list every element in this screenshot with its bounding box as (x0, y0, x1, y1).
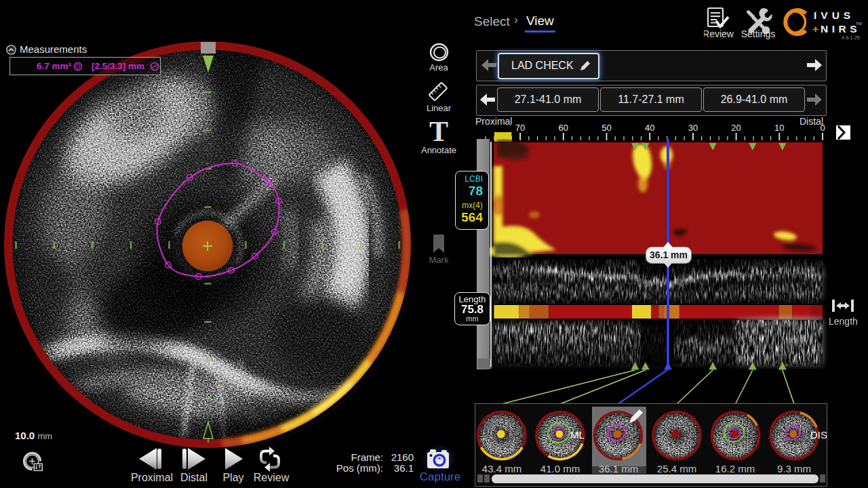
svg-text:+: + (812, 23, 818, 35)
svg-text:Mark: Mark (429, 255, 449, 265)
svg-text:Annotate: Annotate (421, 145, 456, 155)
svg-text:20: 20 (731, 123, 741, 133)
svg-text:40: 40 (645, 123, 654, 133)
svg-text:50: 50 (601, 123, 611, 133)
svg-text:Area: Area (429, 62, 448, 73)
svg-text:T: T (429, 116, 448, 147)
svg-text:TM: TM (856, 22, 862, 26)
svg-text:10: 10 (774, 123, 784, 133)
svg-text:0: 0 (820, 123, 825, 133)
svg-text:70: 70 (515, 123, 525, 133)
svg-text:Linear: Linear (427, 103, 452, 113)
svg-text:IVUS: IVUS (814, 9, 854, 21)
svg-text:30: 30 (688, 123, 698, 133)
svg-text:Settings: Settings (741, 28, 776, 39)
svg-text:Review: Review (704, 28, 734, 39)
svg-text:60: 60 (559, 123, 568, 133)
svg-text:4.6.1.25: 4.6.1.25 (842, 35, 860, 41)
svg-text:NIRS: NIRS (821, 23, 861, 35)
